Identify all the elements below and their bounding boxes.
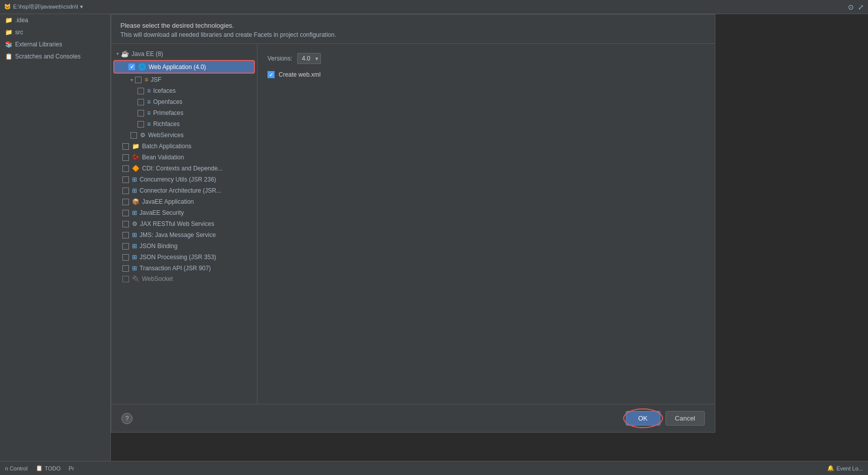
sidebar: 📁 .idea 📁 src 📚 External Libraries 📋 Scr… <box>0 14 111 461</box>
concurrency-icon: ⊞ <box>132 176 137 183</box>
tree-item-webservices[interactable]: ⚙ WebServices <box>111 130 257 141</box>
jsf-icon: ≡ <box>145 76 148 83</box>
cancel-button[interactable]: Cancel <box>665 411 705 426</box>
json-binding-icon: ⊞ <box>132 243 137 250</box>
status-bar-pr[interactable]: Pr <box>69 465 74 471</box>
ok-button[interactable]: OK <box>626 411 660 426</box>
icefaces-label: Icefaces <box>153 87 176 94</box>
checkbox-web-app[interactable] <box>128 64 135 70</box>
status-bar-n-control[interactable]: n Control <box>5 465 28 471</box>
dialog-header: Please select the desired technologies. … <box>111 15 715 44</box>
chevron-down-icon-jsf: ▾ <box>130 77 133 83</box>
checkbox-richfaces[interactable] <box>138 121 144 128</box>
pr-label: Pr <box>69 465 74 471</box>
tree-item-openfaces[interactable]: ≡ Openfaces <box>111 96 257 107</box>
tree-item-json-processing[interactable]: ⊞ JSON Processing (JSR 353) <box>111 252 257 263</box>
tree-item-bean-validation[interactable]: 🫘 Bean Validation <box>111 152 257 163</box>
tree-item-icefaces[interactable]: ≡ Icefaces <box>111 85 257 96</box>
tree-item-websocket[interactable]: 🔌 WebSocket <box>111 274 257 284</box>
project-icon: 🐱 <box>4 4 11 10</box>
checkbox-javaee-security[interactable] <box>122 210 129 216</box>
tree-item-json-binding[interactable]: ⊞ JSON Binding <box>111 241 257 252</box>
tree-item-transaction-api[interactable]: ⊞ Transaction API (JSR 907) <box>111 263 257 274</box>
create-webxml-row[interactable]: Create web.xml <box>268 71 705 78</box>
openfaces-label: Openfaces <box>153 98 182 105</box>
tree-item-batch-applications[interactable]: 📁 Batch Applications <box>111 141 257 152</box>
help-button[interactable]: ? <box>121 413 132 424</box>
expand-icon[interactable]: ⤢ <box>858 3 864 11</box>
options-panel: Versions: 4.0 3.1 3.0 2.5 Create web.xml <box>257 44 715 409</box>
top-bar: 🐱 E:\hsp培训\javaweb\csdn\t ▾ ⊙ ⤢ <box>0 0 868 14</box>
checkbox-jms[interactable] <box>122 232 129 239</box>
status-bar-todo[interactable]: 📋 TODO <box>36 465 61 471</box>
lib-icon: 📚 <box>5 41 13 48</box>
event-log-icon: 🔔 <box>827 465 834 471</box>
checkbox-connector[interactable] <box>122 188 129 194</box>
scratches-icon: 📋 <box>5 53 13 60</box>
tree-item-javaee-security[interactable]: ⊞ JavaEE Security <box>111 207 257 218</box>
checkbox-primefaces[interactable] <box>138 110 144 116</box>
java-ee-label: Java EE (8) <box>131 50 163 57</box>
sidebar-item-scratches[interactable]: 📋 Scratches and Consoles <box>0 50 110 63</box>
n-control-label: n Control <box>5 465 28 471</box>
chevron-down-icon: ▾ <box>116 51 119 56</box>
checkbox-jsf[interactable] <box>135 77 142 83</box>
version-select[interactable]: 4.0 3.1 3.0 2.5 <box>297 53 321 64</box>
jms-icon: ⊞ <box>132 231 137 239</box>
versions-row: Versions: 4.0 3.1 3.0 2.5 <box>268 53 705 64</box>
websocket-icon: 🔌 <box>132 275 140 282</box>
checkbox-cdi[interactable] <box>122 165 129 172</box>
richfaces-label: Richfaces <box>153 121 180 128</box>
project-path: E:\hsp培训\javaweb\csdn\t <box>13 3 78 11</box>
tree-item-jax-restful[interactable]: ⚙ JAX RESTful Web Services <box>111 218 257 229</box>
checkbox-webservices[interactable] <box>130 132 137 139</box>
checkbox-json-processing[interactable] <box>122 254 129 261</box>
tree-item-richfaces[interactable]: ≡ Richfaces <box>111 118 257 130</box>
cdi-label: CDI: Contexts and Depende... <box>142 165 223 172</box>
icefaces-icon: ≡ <box>147 87 151 94</box>
tree-item-connector[interactable]: ⊞ Connector Architecture (JSR... <box>111 185 257 196</box>
status-bar-event-log[interactable]: 🔔 Event Lo... <box>827 465 863 471</box>
tree-item-concurrency[interactable]: ⊞ Concurrency Utils (JSR 236) <box>111 174 257 185</box>
tree-item-jms[interactable]: ⊞ JMS: Java Message Service <box>111 229 257 241</box>
webservices-label: WebServices <box>148 132 183 139</box>
checkbox-bean-validation[interactable] <box>122 154 129 161</box>
create-webxml-checkbox[interactable] <box>268 71 275 78</box>
checkbox-websocket[interactable] <box>122 276 129 282</box>
tree-item-web-app[interactable]: 🌐 Web Application (4.0) <box>113 60 255 74</box>
dialog-title: Please select the desired technologies. <box>120 22 706 29</box>
checkbox-transaction-api[interactable] <box>122 265 129 272</box>
bean-validation-label: Bean Validation <box>142 154 184 161</box>
tree-section-java-ee[interactable]: ▾ ☕ Java EE (8) <box>111 48 257 60</box>
bean-icon: 🫘 <box>132 154 140 161</box>
event-log-label: Event Lo... <box>836 465 863 471</box>
checkbox-jax-restful[interactable] <box>122 221 129 227</box>
checkbox-json-binding[interactable] <box>122 243 129 250</box>
batch-applications-label: Batch Applications <box>142 143 191 150</box>
dialog: Please select the desired technologies. … <box>111 14 715 433</box>
javaee-app-label: JavaEE Application <box>142 198 194 205</box>
cdi-icon: 🔶 <box>132 165 140 172</box>
sidebar-item-external-libraries[interactable]: 📚 External Libraries <box>0 38 110 50</box>
tree-item-primefaces[interactable]: ≡ Primefaces <box>111 107 257 118</box>
checkbox-batch-applications[interactable] <box>122 143 129 150</box>
sidebar-item-src[interactable]: 📁 src <box>0 26 110 38</box>
tree-item-cdi[interactable]: 🔶 CDI: Contexts and Depende... <box>111 163 257 174</box>
checkbox-javaee-app[interactable] <box>122 199 129 205</box>
checkbox-openfaces[interactable] <box>138 99 144 105</box>
tree-item-jsf[interactable]: ▾ ≡ JSF <box>111 74 257 85</box>
tree-item-javaee-app[interactable]: 📦 JavaEE Application <box>111 196 257 207</box>
status-bar: n Control 📋 TODO Pr 🔔 Event Lo... <box>0 461 868 475</box>
checkbox-icefaces[interactable] <box>138 88 144 94</box>
tree-panel[interactable]: ▾ ☕ Java EE (8) 🌐 Web Application (4.0) … <box>111 44 257 409</box>
sidebar-item-idea[interactable]: 📁 .idea <box>0 14 110 26</box>
version-select-wrapper[interactable]: 4.0 3.1 3.0 2.5 <box>297 53 321 64</box>
checkbox-concurrency[interactable] <box>122 176 129 183</box>
dialog-footer: ? OK Cancel <box>111 404 715 432</box>
globe-icon: 🌐 <box>138 63 146 71</box>
java-ee-icon: ☕ <box>121 50 129 57</box>
connector-label: Connector Architecture (JSR... <box>140 187 221 194</box>
project-dropdown[interactable]: 🐱 E:\hsp培训\javaweb\csdn\t ▾ <box>4 3 83 11</box>
target-icon[interactable]: ⊙ <box>848 3 854 11</box>
gear-icon: ⚙ <box>140 132 146 139</box>
